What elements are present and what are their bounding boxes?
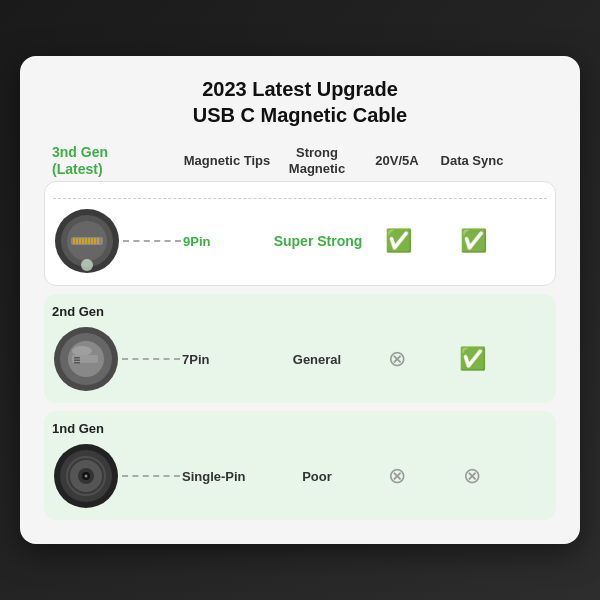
svg-rect-6: [79, 238, 81, 244]
gen1-dashed-line: [122, 475, 180, 477]
svg-point-17: [72, 346, 92, 356]
svg-point-27: [85, 475, 88, 478]
svg-rect-12: [97, 238, 99, 244]
gen1-pin: Single-Pin: [182, 469, 272, 484]
gen3-data-row: 9Pin Super Strong ✅ ✅: [53, 207, 547, 275]
svg-rect-18: [72, 355, 98, 363]
gen1-row: Single-Pin Poor ⊗ ⊗: [52, 442, 548, 510]
svg-rect-21: [74, 362, 80, 364]
gen1-data-icon: ⊗: [432, 463, 512, 489]
svg-rect-11: [94, 238, 96, 244]
gen2-section: 2nd Gen 7Pin General ⊗: [44, 294, 556, 403]
svg-rect-7: [82, 238, 84, 244]
gen3-dashed-line: [123, 240, 181, 242]
table-header: 3nd Gen (Latest) Magnetic Tips Strong Ma…: [44, 144, 556, 178]
svg-rect-8: [85, 238, 87, 244]
gen3-product-image: [53, 207, 121, 275]
header-data-sync: Data Sync: [432, 153, 512, 169]
svg-rect-9: [88, 238, 90, 244]
page-title: 2023 Latest Upgrade USB C Magnetic Cable: [44, 76, 556, 128]
gen2-data-icon: ✅: [432, 346, 512, 372]
gen1-label: 1nd Gen: [52, 421, 548, 436]
gen3-power-icon: ✅: [363, 228, 433, 254]
gen3-product: [53, 207, 183, 275]
gen1-magnetic: Poor: [272, 469, 362, 484]
gen3-section: 9Pin Super Strong ✅ ✅: [44, 181, 556, 286]
gen3-magnetic: Super Strong: [273, 233, 363, 249]
header-power: 20V/5A: [362, 153, 432, 169]
header-magnetic-tips: Magnetic Tips: [182, 153, 272, 169]
svg-rect-20: [74, 360, 80, 362]
svg-rect-4: [73, 238, 75, 244]
svg-rect-5: [76, 238, 78, 244]
gen2-label: 2nd Gen: [52, 304, 548, 319]
gen2-product-image: [52, 325, 120, 393]
gen3-pin: 9Pin: [183, 234, 273, 249]
gen1-power-icon: ⊗: [362, 463, 432, 489]
gen2-power-icon: ⊗: [362, 346, 432, 372]
gen2-row: 7Pin General ⊗ ✅: [52, 325, 548, 393]
svg-rect-10: [91, 238, 93, 244]
header-gen: 3nd Gen (Latest): [52, 144, 182, 178]
gen2-magnetic: General: [272, 352, 362, 367]
svg-rect-19: [74, 357, 80, 359]
gen2-product: [52, 325, 182, 393]
gen2-dashed-line: [122, 358, 180, 360]
gen1-section: 1nd Gen Single-Pin Poor ⊗ ⊗: [44, 411, 556, 520]
header-strong-magnetic: Strong Magnetic: [272, 145, 362, 176]
gen2-pin: 7Pin: [182, 352, 272, 367]
gen1-product: [52, 442, 182, 510]
gen3-data-icon: ✅: [433, 228, 513, 254]
main-card: 2023 Latest Upgrade USB C Magnetic Cable…: [20, 56, 580, 545]
gen1-product-image: [52, 442, 120, 510]
svg-point-13: [81, 259, 93, 271]
